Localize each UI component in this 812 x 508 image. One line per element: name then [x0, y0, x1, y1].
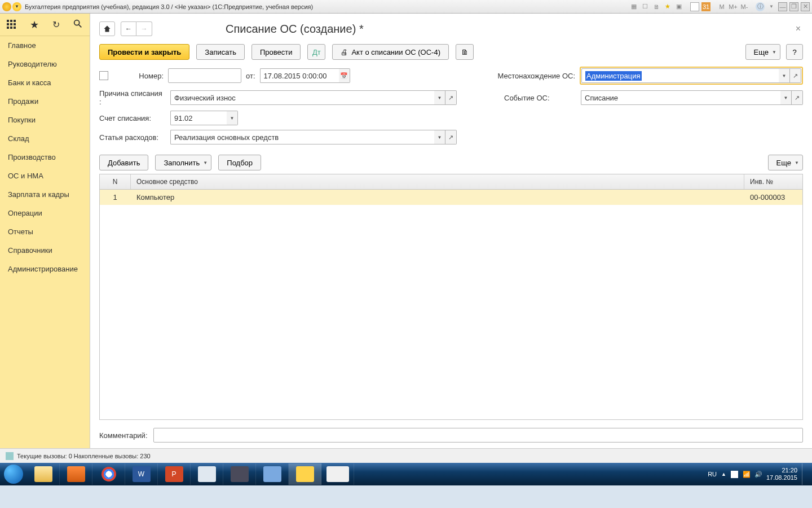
sidebar-item-reports[interactable]: Отчеты [0, 222, 90, 241]
dropdown-icon[interactable]: ▼ [227, 111, 238, 125]
forward-button[interactable]: → [136, 21, 152, 36]
open-ref-icon[interactable]: ↗ [792, 90, 803, 105]
comment-input[interactable] [153, 428, 804, 443]
m-button[interactable]: M [717, 2, 726, 11]
svg-point-0 [74, 20, 80, 25]
tray-volume-icon[interactable]: 🔊 [754, 471, 762, 478]
date-input[interactable]: 17.08.2015 0:00:00 📅 [260, 68, 350, 83]
calendar-icon[interactable]: 📅 [339, 68, 350, 83]
dropdown-icon[interactable]: ▼ [779, 68, 790, 83]
sidebar-item-bank[interactable]: Банк и касса [0, 73, 90, 92]
th-name[interactable]: Основное средство [131, 174, 744, 189]
post-button[interactable]: Провести [251, 44, 301, 60]
sidebar-item-sales[interactable]: Продажи [0, 92, 90, 111]
sidebar: ★ ↻ Главное Руководителю Банк и касса Пр… [0, 14, 90, 448]
open-ref-icon[interactable]: ↗ [790, 68, 801, 83]
attach-button[interactable]: 🗎 [456, 44, 474, 60]
home-button[interactable] [99, 21, 115, 36]
select-button[interactable]: Подбор [218, 155, 261, 170]
search-icon[interactable] [73, 19, 83, 30]
reason-combo[interactable]: Физический износ ▼ ↗ [170, 90, 457, 105]
add-button[interactable]: Добавить [99, 155, 148, 170]
open-ref-icon[interactable]: ↗ [445, 130, 457, 144]
location-combo[interactable]: Администрация ▼ ↗ [581, 68, 801, 83]
clock[interactable]: 21:20 17.08.2015 [766, 467, 797, 481]
task-1c[interactable] [289, 463, 321, 485]
calc-icon[interactable]: 31 [701, 2, 710, 11]
start-button[interactable] [0, 463, 27, 485]
maximize-button[interactable]: ❐ [789, 2, 798, 11]
task-calc[interactable] [191, 463, 223, 485]
fill-button[interactable]: Заполнить [155, 155, 211, 170]
min-dropdown-icon[interactable]: ▼ [767, 2, 776, 11]
star-icon[interactable]: ★ [663, 2, 672, 11]
history-icon[interactable]: ↻ [52, 19, 60, 30]
sidebar-item-main[interactable]: Главное [0, 36, 90, 55]
sidebar-item-assets[interactable]: ОС и НМА [0, 167, 90, 185]
debit-credit-button[interactable]: Дт [307, 44, 325, 60]
sidebar-item-warehouse[interactable]: Склад [0, 129, 90, 148]
info-icon[interactable]: ⓘ [756, 2, 765, 11]
close-button[interactable]: ✕ [801, 2, 810, 11]
task-notes[interactable] [256, 463, 289, 485]
task-word[interactable]: W [125, 463, 158, 485]
table-row[interactable]: 1 Компьютер 00-000003 [100, 190, 802, 205]
act-label: Акт о списании ОС (ОС-4) [351, 48, 440, 56]
post-and-close-button[interactable]: Провести и закрыть [99, 44, 189, 60]
status-icon [6, 452, 14, 460]
sidebar-item-catalogs[interactable]: Справочники [0, 241, 90, 260]
task-explorer[interactable] [27, 463, 60, 485]
table-more-button[interactable]: Еще [768, 155, 803, 170]
show-desktop-button[interactable] [802, 463, 806, 485]
toolbar-icon-5[interactable]: ▣ [674, 2, 683, 11]
account-combo[interactable]: 91.02 ▼ [170, 111, 238, 125]
th-inv[interactable]: Инв. № [744, 174, 802, 189]
toolbar-icon-2[interactable]: ☐ [641, 2, 650, 11]
clock-date: 17.08.2015 [766, 474, 797, 481]
m-plus-button[interactable]: M+ [729, 2, 738, 11]
number-input[interactable] [168, 68, 241, 83]
dropdown-icon[interactable]: ▼ [12, 2, 21, 11]
event-combo[interactable]: Списание ▼ ↗ [581, 90, 803, 105]
task-app1[interactable] [223, 463, 256, 485]
back-button[interactable]: ← [121, 21, 136, 36]
tray-flag-icon[interactable]: 🏳 [731, 471, 738, 478]
print-icon: 🖨 [341, 48, 348, 56]
th-n[interactable]: N [100, 174, 131, 189]
task-powerpoint[interactable]: P [158, 463, 191, 485]
more-button[interactable]: Еще [745, 44, 780, 60]
task-media[interactable] [60, 463, 92, 485]
sidebar-item-hr[interactable]: Зарплата и кадры [0, 185, 90, 204]
sidebar-item-purchases[interactable]: Покупки [0, 111, 90, 129]
tray-network-icon[interactable]: 📶 [743, 471, 750, 478]
cell-n: 1 [100, 190, 131, 205]
expense-combo[interactable]: Реализация основных средств ▼ ↗ [170, 130, 457, 144]
sidebar-item-operations[interactable]: Операции [0, 204, 90, 222]
cell-inv: 00-000003 [744, 190, 802, 205]
toolbar-icon-3[interactable]: 🗎 [652, 2, 661, 11]
apps-icon[interactable] [7, 20, 17, 30]
sidebar-item-production[interactable]: Производство [0, 148, 90, 167]
open-ref-icon[interactable]: ↗ [445, 90, 457, 105]
task-app2[interactable] [321, 463, 354, 485]
favorite-icon[interactable]: ★ [30, 19, 39, 31]
dropdown-icon[interactable]: ▼ [434, 90, 445, 105]
toolbar-icon-1[interactable]: ▦ [629, 2, 638, 11]
draft-checkbox[interactable] [99, 71, 108, 80]
close-tab-button[interactable]: × [793, 21, 803, 36]
minimize-button[interactable]: — [778, 2, 787, 11]
dropdown-icon[interactable]: ▼ [434, 130, 445, 144]
language-indicator[interactable]: RU [708, 471, 717, 478]
dropdown-icon[interactable]: ▼ [780, 90, 792, 105]
task-chrome[interactable] [92, 463, 125, 485]
tray-arrow-icon[interactable]: ▲ [721, 471, 726, 477]
windows-taskbar: W P RU ▲ 🏳 📶 🔊 21:20 17.08.2015 [0, 463, 812, 485]
sidebar-item-admin[interactable]: Администрирование [0, 260, 90, 278]
record-button[interactable]: Записать [196, 44, 245, 60]
help-button[interactable]: ? [786, 44, 803, 60]
calendar-icon[interactable] [690, 2, 699, 11]
status-bar: Текущие вызовы: 0 Накопленные вызовы: 23… [0, 448, 812, 463]
sidebar-item-manager[interactable]: Руководителю [0, 55, 90, 73]
m-minus-button[interactable]: M- [740, 2, 749, 11]
act-button[interactable]: 🖨 Акт о списании ОС (ОС-4) [332, 44, 449, 60]
